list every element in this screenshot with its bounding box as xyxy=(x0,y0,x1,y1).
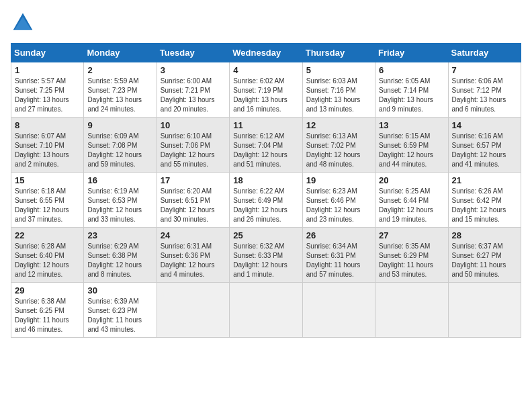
day-number: 1 xyxy=(15,65,80,75)
day-info: Sunrise: 6:05 AMSunset: 7:14 PMDaylight:… xyxy=(379,77,444,114)
weekday-header-thursday: Thursday xyxy=(302,44,375,62)
day-info: Sunrise: 6:25 AMSunset: 6:44 PMDaylight:… xyxy=(379,187,444,224)
logo xyxy=(11,11,38,35)
day-number: 23 xyxy=(87,230,152,240)
calendar-cell xyxy=(448,283,521,338)
calendar-cell: 30Sunrise: 6:39 AMSunset: 6:23 PMDayligh… xyxy=(84,283,157,338)
day-number: 19 xyxy=(306,175,371,185)
calendar-cell: 17Sunrise: 6:20 AMSunset: 6:51 PMDayligh… xyxy=(157,173,229,228)
day-info: Sunrise: 6:13 AMSunset: 7:02 PMDaylight:… xyxy=(306,132,371,169)
day-info: Sunrise: 6:02 AMSunset: 7:19 PMDaylight:… xyxy=(233,77,298,114)
calendar-body: 1Sunrise: 5:57 AMSunset: 7:25 PMDaylight… xyxy=(11,62,521,338)
week-row-3: 15Sunrise: 6:18 AMSunset: 6:55 PMDayligh… xyxy=(11,173,521,228)
day-info: Sunrise: 6:34 AMSunset: 6:31 PMDaylight:… xyxy=(306,242,371,279)
day-info: Sunrise: 6:09 AMSunset: 7:08 PMDaylight:… xyxy=(87,132,152,169)
day-number: 6 xyxy=(379,65,444,75)
week-row-1: 1Sunrise: 5:57 AMSunset: 7:25 PMDaylight… xyxy=(11,62,521,118)
day-info: Sunrise: 6:29 AMSunset: 6:38 PMDaylight:… xyxy=(87,242,152,279)
calendar-cell: 2Sunrise: 5:59 AMSunset: 7:23 PMDaylight… xyxy=(84,62,157,118)
calendar-cell: 1Sunrise: 5:57 AMSunset: 7:25 PMDaylight… xyxy=(11,62,84,118)
day-info: Sunrise: 6:28 AMSunset: 6:40 PMDaylight:… xyxy=(15,242,80,279)
day-number: 25 xyxy=(233,230,298,240)
day-number: 2 xyxy=(87,65,152,75)
day-info: Sunrise: 6:38 AMSunset: 6:25 PMDaylight:… xyxy=(15,297,80,334)
day-number: 9 xyxy=(87,120,152,130)
day-info: Sunrise: 6:23 AMSunset: 6:46 PMDaylight:… xyxy=(306,187,371,224)
calendar-cell xyxy=(157,283,229,338)
svg-marker-1 xyxy=(14,17,31,30)
day-number: 7 xyxy=(452,65,517,75)
page-header xyxy=(11,11,521,35)
calendar-cell: 4Sunrise: 6:02 AMSunset: 7:19 PMDaylight… xyxy=(230,62,302,118)
day-number: 5 xyxy=(306,65,371,75)
logo-icon xyxy=(11,11,35,35)
day-info: Sunrise: 6:37 AMSunset: 6:27 PMDaylight:… xyxy=(452,242,517,279)
day-info: Sunrise: 5:59 AMSunset: 7:23 PMDaylight:… xyxy=(87,77,152,114)
day-number: 17 xyxy=(161,175,226,185)
day-info: Sunrise: 6:35 AMSunset: 6:29 PMDaylight:… xyxy=(379,242,444,279)
weekday-header-row: SundayMondayTuesdayWednesdayThursdayFrid… xyxy=(11,44,521,62)
day-number: 18 xyxy=(233,175,298,185)
weekday-header-tuesday: Tuesday xyxy=(157,44,229,62)
calendar-cell xyxy=(230,283,302,338)
day-info: Sunrise: 6:22 AMSunset: 6:49 PMDaylight:… xyxy=(233,187,298,224)
calendar-cell: 11Sunrise: 6:12 AMSunset: 7:04 PMDayligh… xyxy=(230,118,302,173)
calendar-cell: 20Sunrise: 6:25 AMSunset: 6:44 PMDayligh… xyxy=(375,173,448,228)
day-info: Sunrise: 6:07 AMSunset: 7:10 PMDaylight:… xyxy=(15,132,80,169)
calendar-cell: 23Sunrise: 6:29 AMSunset: 6:38 PMDayligh… xyxy=(84,228,157,283)
day-number: 28 xyxy=(452,230,517,240)
calendar-table: SundayMondayTuesdayWednesdayThursdayFrid… xyxy=(11,43,521,338)
week-row-5: 29Sunrise: 6:38 AMSunset: 6:25 PMDayligh… xyxy=(11,283,521,338)
calendar-cell: 28Sunrise: 6:37 AMSunset: 6:27 PMDayligh… xyxy=(448,228,521,283)
calendar-cell: 27Sunrise: 6:35 AMSunset: 6:29 PMDayligh… xyxy=(375,228,448,283)
day-number: 3 xyxy=(161,65,226,75)
day-info: Sunrise: 6:15 AMSunset: 6:59 PMDaylight:… xyxy=(379,132,444,169)
day-number: 16 xyxy=(87,175,152,185)
day-info: Sunrise: 6:39 AMSunset: 6:23 PMDaylight:… xyxy=(87,297,152,334)
calendar-cell: 14Sunrise: 6:16 AMSunset: 6:57 PMDayligh… xyxy=(448,118,521,173)
day-number: 15 xyxy=(15,175,80,185)
weekday-header-friday: Friday xyxy=(375,44,448,62)
calendar-cell: 21Sunrise: 6:26 AMSunset: 6:42 PMDayligh… xyxy=(448,173,521,228)
calendar-cell: 24Sunrise: 6:31 AMSunset: 6:36 PMDayligh… xyxy=(157,228,229,283)
day-info: Sunrise: 6:10 AMSunset: 7:06 PMDaylight:… xyxy=(161,132,226,169)
calendar-cell: 7Sunrise: 6:06 AMSunset: 7:12 PMDaylight… xyxy=(448,62,521,118)
day-number: 12 xyxy=(306,120,371,130)
calendar-cell: 15Sunrise: 6:18 AMSunset: 6:55 PMDayligh… xyxy=(11,173,84,228)
calendar-cell: 9Sunrise: 6:09 AMSunset: 7:08 PMDaylight… xyxy=(84,118,157,173)
calendar-cell: 10Sunrise: 6:10 AMSunset: 7:06 PMDayligh… xyxy=(157,118,229,173)
day-number: 13 xyxy=(379,120,444,130)
day-info: Sunrise: 6:26 AMSunset: 6:42 PMDaylight:… xyxy=(452,187,517,224)
calendar-cell: 12Sunrise: 6:13 AMSunset: 7:02 PMDayligh… xyxy=(302,118,375,173)
calendar-cell: 5Sunrise: 6:03 AMSunset: 7:16 PMDaylight… xyxy=(302,62,375,118)
calendar-cell xyxy=(375,283,448,338)
day-number: 11 xyxy=(233,120,298,130)
calendar-cell: 25Sunrise: 6:32 AMSunset: 6:33 PMDayligh… xyxy=(230,228,302,283)
day-info: Sunrise: 6:19 AMSunset: 6:53 PMDaylight:… xyxy=(87,187,152,224)
day-number: 4 xyxy=(233,65,298,75)
day-number: 8 xyxy=(15,120,80,130)
day-info: Sunrise: 6:31 AMSunset: 6:36 PMDaylight:… xyxy=(161,242,226,279)
day-info: Sunrise: 5:57 AMSunset: 7:25 PMDaylight:… xyxy=(15,77,80,114)
weekday-header-monday: Monday xyxy=(84,44,157,62)
day-number: 24 xyxy=(161,230,226,240)
calendar-cell: 16Sunrise: 6:19 AMSunset: 6:53 PMDayligh… xyxy=(84,173,157,228)
calendar-cell: 18Sunrise: 6:22 AMSunset: 6:49 PMDayligh… xyxy=(230,173,302,228)
week-row-4: 22Sunrise: 6:28 AMSunset: 6:40 PMDayligh… xyxy=(11,228,521,283)
day-info: Sunrise: 6:03 AMSunset: 7:16 PMDaylight:… xyxy=(306,77,371,114)
day-info: Sunrise: 6:32 AMSunset: 6:33 PMDaylight:… xyxy=(233,242,298,279)
day-info: Sunrise: 6:00 AMSunset: 7:21 PMDaylight:… xyxy=(161,77,226,114)
day-number: 30 xyxy=(87,285,152,295)
day-number: 20 xyxy=(379,175,444,185)
day-number: 26 xyxy=(306,230,371,240)
calendar-cell: 8Sunrise: 6:07 AMSunset: 7:10 PMDaylight… xyxy=(11,118,84,173)
weekday-header-sunday: Sunday xyxy=(11,44,84,62)
day-number: 22 xyxy=(15,230,80,240)
day-number: 21 xyxy=(452,175,517,185)
weekday-header-saturday: Saturday xyxy=(448,44,521,62)
weekday-header-wednesday: Wednesday xyxy=(230,44,302,62)
day-number: 10 xyxy=(161,120,226,130)
calendar-cell: 19Sunrise: 6:23 AMSunset: 6:46 PMDayligh… xyxy=(302,173,375,228)
day-info: Sunrise: 6:18 AMSunset: 6:55 PMDaylight:… xyxy=(15,187,80,224)
calendar-cell: 22Sunrise: 6:28 AMSunset: 6:40 PMDayligh… xyxy=(11,228,84,283)
